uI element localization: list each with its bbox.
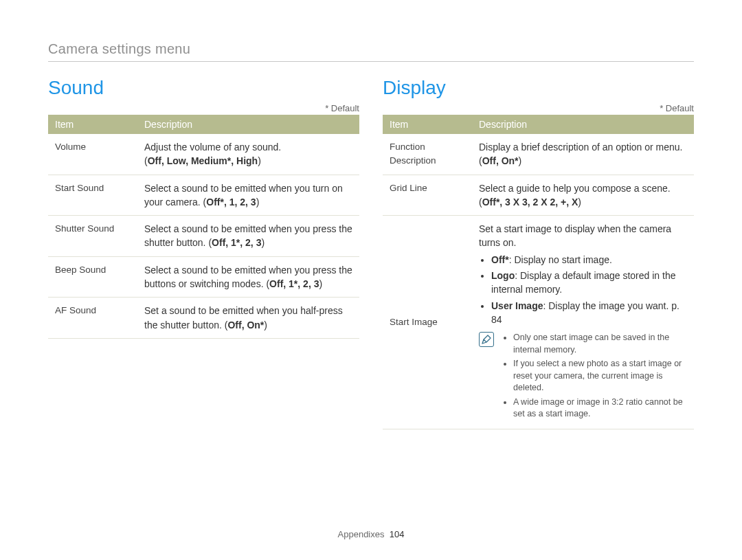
bullet-text: : Display a default image stored in the … bbox=[491, 270, 675, 295]
row-item: Function Description bbox=[383, 134, 472, 175]
note-block: Only one start image can be saved in the… bbox=[479, 332, 687, 423]
bullet-label: Logo bbox=[491, 270, 515, 281]
footer-page-number: 104 bbox=[390, 529, 405, 539]
page: Camera settings menu Sound * Default Ite… bbox=[0, 0, 742, 560]
row-description: Set a sound to be emitted when you half-… bbox=[137, 298, 359, 339]
sound-header-item: Item bbox=[48, 115, 137, 134]
table-row: AF Sound Set a sound to be emitted when … bbox=[48, 298, 359, 339]
row-description: Select a sound to be emitted when you tu… bbox=[137, 175, 359, 216]
paren-close: ) bbox=[264, 320, 267, 331]
display-header-description: Description bbox=[472, 115, 694, 134]
list-item: A wide image or image in 3:2 ratio canno… bbox=[513, 396, 687, 421]
row-desc-text: Adjust the volume of any sound. bbox=[144, 142, 281, 153]
start-image-intro: Set a start image to display when the ca… bbox=[479, 223, 671, 248]
row-item: Start Sound bbox=[48, 175, 137, 216]
row-options: Off, 1*, 2, 3 bbox=[269, 278, 319, 289]
row-item: Beep Sound bbox=[48, 256, 137, 298]
row-options: Off, On* bbox=[227, 320, 264, 331]
row-item: AF Sound bbox=[48, 298, 137, 339]
row-item: Start Image bbox=[383, 216, 472, 429]
paren-close: ) bbox=[258, 155, 261, 166]
footer: Appendixes 104 bbox=[0, 529, 742, 539]
note-icon bbox=[479, 332, 494, 347]
paren-close: ) bbox=[319, 278, 322, 289]
row-item: Grid Line bbox=[383, 175, 472, 216]
row-description: Select a sound to be emitted when you pr… bbox=[137, 256, 359, 298]
table-row: Beep Sound Select a sound to be emitted … bbox=[48, 256, 359, 298]
display-table: Item Description Function Description Di… bbox=[383, 115, 694, 429]
pencil-icon bbox=[481, 334, 492, 345]
display-column: Display * Default Item Description Funct… bbox=[383, 77, 694, 429]
default-note-display: * Default bbox=[383, 103, 694, 113]
row-options: Off, Low, Medium*, High bbox=[148, 155, 258, 166]
start-image-bullets: Off*: Display no start image. Logo: Disp… bbox=[479, 253, 687, 326]
row-description: Select a guide to help you compose a sce… bbox=[472, 175, 694, 216]
row-options: Off, 1*, 2, 3 bbox=[212, 237, 261, 248]
display-header-item: Item bbox=[383, 115, 472, 134]
row-description: Select a sound to be emitted when you pr… bbox=[137, 216, 359, 257]
table-row: Function Description Display a brief des… bbox=[383, 134, 694, 175]
bullet-text: : Display no start image. bbox=[509, 254, 612, 265]
bullet-label: Off* bbox=[491, 254, 509, 265]
sound-table: Item Description Volume Adjust the volum… bbox=[48, 115, 359, 339]
note-list: Only one start image can be saved in the… bbox=[501, 332, 687, 423]
columns: Sound * Default Item Description Volume … bbox=[48, 77, 694, 429]
row-options: Off*, 1, 2, 3 bbox=[206, 197, 256, 208]
breadcrumb: Camera settings menu bbox=[48, 41, 694, 62]
sound-title: Sound bbox=[48, 77, 359, 99]
sound-header-description: Description bbox=[137, 115, 359, 134]
display-title: Display bbox=[383, 77, 694, 99]
paren-close: ) bbox=[578, 197, 581, 208]
row-desc-text: Display a brief description of an option… bbox=[479, 142, 683, 153]
bullet-label: User Image bbox=[491, 300, 543, 311]
sound-column: Sound * Default Item Description Volume … bbox=[48, 77, 359, 429]
table-row: Start Sound Select a sound to be emitted… bbox=[48, 175, 359, 216]
row-description: Display a brief description of an option… bbox=[472, 134, 694, 175]
table-row: Shutter Sound Select a sound to be emitt… bbox=[48, 216, 359, 257]
paren-close: ) bbox=[519, 155, 522, 166]
table-row: Volume Adjust the volume of any sound. (… bbox=[48, 134, 359, 175]
table-row: Start Image Set a start image to display… bbox=[383, 216, 694, 429]
paren-close: ) bbox=[256, 197, 260, 208]
list-item: Only one start image can be saved in the… bbox=[513, 332, 687, 356]
list-item: Logo: Display a default image stored in … bbox=[491, 269, 687, 297]
list-item: If you select a new photo as a start ima… bbox=[513, 358, 687, 394]
row-description: Set a start image to display when the ca… bbox=[472, 216, 694, 429]
list-item: User Image: Display the image you want. … bbox=[491, 299, 687, 327]
table-row: Grid Line Select a guide to help you com… bbox=[383, 175, 694, 216]
row-item: Shutter Sound bbox=[48, 216, 137, 257]
row-desc-text: Select a guide to help you compose a sce… bbox=[479, 183, 671, 194]
paren-close: ) bbox=[261, 237, 265, 248]
default-note-sound: * Default bbox=[48, 103, 359, 113]
row-options: Off, On* bbox=[482, 155, 519, 166]
row-item: Volume bbox=[48, 134, 137, 175]
row-options: Off*, 3 X 3, 2 X 2, +, X bbox=[482, 197, 578, 208]
list-item: Off*: Display no start image. bbox=[491, 253, 687, 267]
footer-section: Appendixes bbox=[338, 529, 385, 539]
row-description: Adjust the volume of any sound. (Off, Lo… bbox=[137, 134, 359, 175]
